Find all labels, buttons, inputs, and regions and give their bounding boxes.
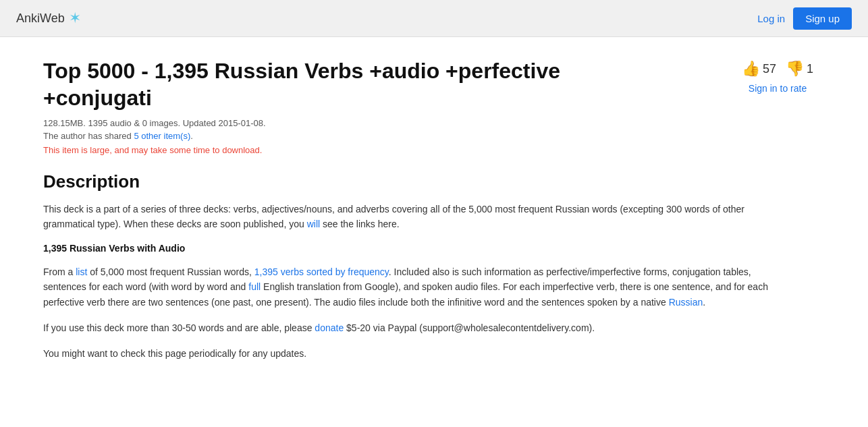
sign-in-to-rate-link[interactable]: Sign in to rate xyxy=(749,83,807,94)
description-paragraph-4: You might want to check this page period… xyxy=(43,346,786,361)
page-title: Top 5000 - 1,395 Russian Verbs +audio +p… xyxy=(43,57,651,111)
full-link[interactable]: full xyxy=(248,281,261,292)
thumbs-down-count: 1 xyxy=(807,62,813,76)
donate-link[interactable]: donate xyxy=(315,322,344,333)
list-link[interactable]: list xyxy=(76,266,87,277)
main-content: Top 5000 - 1,395 Russian Verbs +audio +p… xyxy=(0,37,868,427)
will-link[interactable]: will xyxy=(307,219,320,229)
thumbs-up-count: 57 xyxy=(763,62,776,76)
description-paragraph-2: From a list of 5,000 most frequent Russi… xyxy=(43,264,786,310)
author-suffix: . xyxy=(190,131,193,141)
logo-text: AnkiWeb xyxy=(16,11,65,26)
verbs-frequency-link[interactable]: 1,395 verbs sorted by frequency xyxy=(254,266,389,277)
author-other-items-link[interactable]: 5 other item(s) xyxy=(134,131,190,141)
login-button[interactable]: Log in xyxy=(757,13,785,24)
thumbs-down-icon: 👎 xyxy=(786,60,804,78)
nav-buttons: Log in Sign up xyxy=(757,7,852,30)
thumbs-up-icon: 👍 xyxy=(742,60,760,78)
russian-link[interactable]: Russian xyxy=(669,297,703,308)
thumbs-down-rating: 👎 1 xyxy=(786,60,813,78)
author-prefix: The author has shared xyxy=(43,131,134,141)
large-item-warning: This item is large, and may take some ti… xyxy=(43,145,825,155)
title-section: Top 5000 - 1,395 Russian Verbs +audio +p… xyxy=(43,57,825,111)
bold-heading: 1,395 Russian Verbs with Audio xyxy=(43,243,825,254)
description-paragraph-1: This deck is a part of a series of three… xyxy=(43,202,786,232)
rating-counts: 👍 57 👎 1 xyxy=(742,60,813,78)
thumbs-up-rating: 👍 57 xyxy=(742,60,776,78)
description-heading: Description xyxy=(43,171,825,192)
author-line: The author has shared 5 other item(s). xyxy=(43,131,825,141)
star-icon: ✶ xyxy=(69,9,81,27)
file-info: 128.15MB. 1395 audio & 0 images. Updated… xyxy=(43,118,825,128)
logo-area: AnkiWeb ✶ xyxy=(16,9,81,27)
site-header: AnkiWeb ✶ Log in Sign up xyxy=(0,0,868,37)
signup-button[interactable]: Sign up xyxy=(793,7,852,30)
description-paragraph-3: If you use this deck more than 30-50 wor… xyxy=(43,320,786,335)
rating-area: 👍 57 👎 1 Sign in to rate xyxy=(730,57,825,94)
